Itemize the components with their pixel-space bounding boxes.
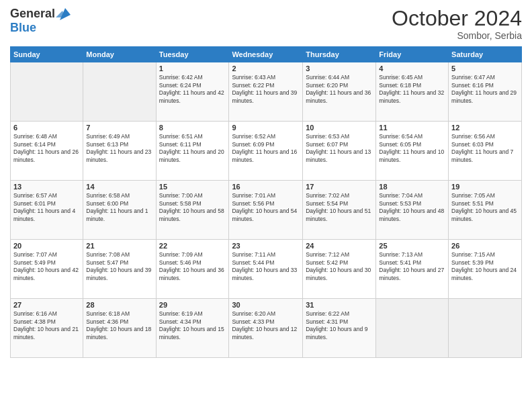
day-number: 6 <box>13 124 80 132</box>
day-number: 18 <box>379 183 445 191</box>
day-detail: Sunrise: 7:11 AMSunset: 5:44 PMDaylight:… <box>232 251 300 282</box>
col-tuesday: Tuesday <box>156 47 229 62</box>
col-sunday: Sunday <box>11 47 83 62</box>
calendar-cell-w5-d2: 28 Sunrise: 6:18 AMSunset: 4:36 PMDaylig… <box>83 299 156 358</box>
day-number: 7 <box>86 124 152 132</box>
day-detail: Sunrise: 6:22 AMSunset: 4:31 PMDaylight:… <box>306 310 373 341</box>
calendar-cell-w3-d1: 13 Sunrise: 6:57 AMSunset: 6:01 PMDaylig… <box>11 181 83 240</box>
day-number: 3 <box>306 64 373 73</box>
day-number: 25 <box>379 242 445 250</box>
day-detail: Sunrise: 7:13 AMSunset: 5:41 PMDaylight:… <box>379 251 445 282</box>
calendar-cell-w4-d2: 21 Sunrise: 7:08 AMSunset: 5:47 PMDaylig… <box>83 240 156 299</box>
week-row-1: 1 Sunrise: 6:42 AMSunset: 6:24 PMDayligh… <box>11 62 522 122</box>
calendar-cell-w3-d5: 17 Sunrise: 7:02 AMSunset: 5:54 PMDaylig… <box>303 181 376 240</box>
calendar-cell-w1-d7: 5 Sunrise: 6:47 AMSunset: 6:16 PMDayligh… <box>449 62 522 122</box>
month-title: October 2024 <box>392 7 522 30</box>
calendar-cell-w4-d4: 23 Sunrise: 7:11 AMSunset: 5:44 PMDaylig… <box>229 240 303 299</box>
logo-general-text: General <box>10 7 55 21</box>
calendar-cell-w5-d3: 29 Sunrise: 6:19 AMSunset: 4:34 PMDaylig… <box>156 299 229 358</box>
day-detail: Sunrise: 7:00 AMSunset: 5:58 PMDaylight:… <box>159 192 226 223</box>
day-number: 24 <box>306 242 373 250</box>
day-detail: Sunrise: 7:02 AMSunset: 5:54 PMDaylight:… <box>306 192 373 223</box>
calendar-cell-w4-d1: 20 Sunrise: 7:07 AMSunset: 5:49 PMDaylig… <box>11 240 83 299</box>
calendar-cell-w1-d3: 1 Sunrise: 6:42 AMSunset: 6:24 PMDayligh… <box>156 62 229 122</box>
calendar-cell-w5-d4: 30 Sunrise: 6:20 AMSunset: 4:33 PMDaylig… <box>229 299 303 358</box>
calendar-cell-w2-d1: 6 Sunrise: 6:48 AMSunset: 6:14 PMDayligh… <box>11 122 83 181</box>
day-number: 16 <box>232 183 300 191</box>
day-number: 9 <box>232 124 300 132</box>
calendar-cell-w5-d5: 31 Sunrise: 6:22 AMSunset: 4:31 PMDaylig… <box>303 299 376 358</box>
day-detail: Sunrise: 6:47 AMSunset: 6:16 PMDaylight:… <box>451 74 519 105</box>
calendar-cell-w2-d5: 10 Sunrise: 6:53 AMSunset: 6:07 PMDaylig… <box>303 122 376 181</box>
calendar-cell-w4-d5: 24 Sunrise: 7:12 AMSunset: 5:42 PMDaylig… <box>303 240 376 299</box>
day-number: 27 <box>13 301 80 309</box>
day-detail: Sunrise: 7:05 AMSunset: 5:51 PMDaylight:… <box>451 192 519 223</box>
calendar-cell-w3-d3: 15 Sunrise: 7:00 AMSunset: 5:58 PMDaylig… <box>156 181 229 240</box>
day-number: 13 <box>13 183 80 191</box>
calendar-cell-w3-d2: 14 Sunrise: 6:58 AMSunset: 6:00 PMDaylig… <box>83 181 156 240</box>
title-area: October 2024 Sombor, Serbia <box>392 7 522 41</box>
day-number: 10 <box>306 124 373 132</box>
day-detail: Sunrise: 6:52 AMSunset: 6:09 PMDaylight:… <box>232 133 300 164</box>
main-container: General Blue October 2024 Sombor, Serbia… <box>0 0 532 411</box>
day-detail: Sunrise: 6:43 AMSunset: 6:22 PMDaylight:… <box>232 74 300 105</box>
day-detail: Sunrise: 6:51 AMSunset: 6:11 PMDaylight:… <box>159 133 226 164</box>
day-detail: Sunrise: 7:07 AMSunset: 5:49 PMDaylight:… <box>13 251 80 282</box>
header: General Blue October 2024 Sombor, Serbia <box>10 7 522 41</box>
calendar-header: Sunday Monday Tuesday Wednesday Thursday… <box>11 47 522 62</box>
day-detail: Sunrise: 6:48 AMSunset: 6:14 PMDaylight:… <box>13 133 80 164</box>
col-friday: Friday <box>376 47 449 62</box>
day-detail: Sunrise: 6:56 AMSunset: 6:03 PMDaylight:… <box>451 133 519 164</box>
location-subtitle: Sombor, Serbia <box>392 30 522 41</box>
day-number: 20 <box>13 242 80 250</box>
calendar-cell-w2-d6: 11 Sunrise: 6:54 AMSunset: 6:05 PMDaylig… <box>376 122 449 181</box>
day-detail: Sunrise: 6:19 AMSunset: 4:34 PMDaylight:… <box>159 310 226 341</box>
day-detail: Sunrise: 6:42 AMSunset: 6:24 PMDaylight:… <box>159 74 226 105</box>
day-detail: Sunrise: 7:01 AMSunset: 5:56 PMDaylight:… <box>232 192 300 223</box>
day-detail: Sunrise: 7:15 AMSunset: 5:39 PMDaylight:… <box>451 251 519 282</box>
calendar-cell-w5-d6 <box>376 299 449 358</box>
day-number: 26 <box>451 242 519 250</box>
col-saturday: Saturday <box>449 47 522 62</box>
col-wednesday: Wednesday <box>229 47 303 62</box>
col-thursday: Thursday <box>303 47 376 62</box>
day-detail: Sunrise: 7:09 AMSunset: 5:46 PMDaylight:… <box>159 251 226 282</box>
calendar-table: Sunday Monday Tuesday Wednesday Thursday… <box>10 46 522 358</box>
day-detail: Sunrise: 6:53 AMSunset: 6:07 PMDaylight:… <box>306 133 373 164</box>
logo-block: General Blue <box>10 7 71 35</box>
day-detail: Sunrise: 6:54 AMSunset: 6:05 PMDaylight:… <box>379 133 445 164</box>
day-detail: Sunrise: 6:44 AMSunset: 6:20 PMDaylight:… <box>306 74 373 105</box>
day-detail: Sunrise: 6:16 AMSunset: 4:38 PMDaylight:… <box>13 310 80 341</box>
logo-bird-icon <box>56 8 71 20</box>
day-detail: Sunrise: 6:58 AMSunset: 6:00 PMDaylight:… <box>86 192 152 223</box>
calendar-cell-w1-d5: 3 Sunrise: 6:44 AMSunset: 6:20 PMDayligh… <box>303 62 376 122</box>
day-number: 1 <box>159 64 226 73</box>
day-number: 22 <box>159 242 226 250</box>
calendar-cell-w1-d6: 4 Sunrise: 6:45 AMSunset: 6:18 PMDayligh… <box>376 62 449 122</box>
day-detail: Sunrise: 6:57 AMSunset: 6:01 PMDaylight:… <box>13 192 80 223</box>
week-row-3: 13 Sunrise: 6:57 AMSunset: 6:01 PMDaylig… <box>11 181 522 240</box>
day-number: 15 <box>159 183 226 191</box>
calendar-cell-w4-d3: 22 Sunrise: 7:09 AMSunset: 5:46 PMDaylig… <box>156 240 229 299</box>
calendar-cell-w1-d4: 2 Sunrise: 6:43 AMSunset: 6:22 PMDayligh… <box>229 62 303 122</box>
day-number: 2 <box>232 64 300 73</box>
calendar-cell-w3-d6: 18 Sunrise: 7:04 AMSunset: 5:53 PMDaylig… <box>376 181 449 240</box>
day-detail: Sunrise: 6:18 AMSunset: 4:36 PMDaylight:… <box>86 310 152 341</box>
day-number: 11 <box>379 124 445 132</box>
calendar-cell-w2-d3: 8 Sunrise: 6:51 AMSunset: 6:11 PMDayligh… <box>156 122 229 181</box>
calendar-cell-w3-d7: 19 Sunrise: 7:05 AMSunset: 5:51 PMDaylig… <box>449 181 522 240</box>
day-number: 30 <box>232 301 300 309</box>
calendar-cell-w4-d6: 25 Sunrise: 7:13 AMSunset: 5:41 PMDaylig… <box>376 240 449 299</box>
day-number: 31 <box>306 301 373 309</box>
day-detail: Sunrise: 6:49 AMSunset: 6:13 PMDaylight:… <box>86 133 152 164</box>
calendar-cell-w2-d4: 9 Sunrise: 6:52 AMSunset: 6:09 PMDayligh… <box>229 122 303 181</box>
day-detail: Sunrise: 6:45 AMSunset: 6:18 PMDaylight:… <box>379 74 445 105</box>
calendar-cell-w5-d1: 27 Sunrise: 6:16 AMSunset: 4:38 PMDaylig… <box>11 299 83 358</box>
day-detail: Sunrise: 7:08 AMSunset: 5:47 PMDaylight:… <box>86 251 152 282</box>
day-number: 29 <box>159 301 226 309</box>
day-number: 28 <box>86 301 152 309</box>
logo-blue-text: Blue <box>10 21 36 34</box>
day-detail: Sunrise: 6:20 AMSunset: 4:33 PMDaylight:… <box>232 310 300 341</box>
day-number: 12 <box>451 124 519 132</box>
day-number: 8 <box>159 124 226 132</box>
